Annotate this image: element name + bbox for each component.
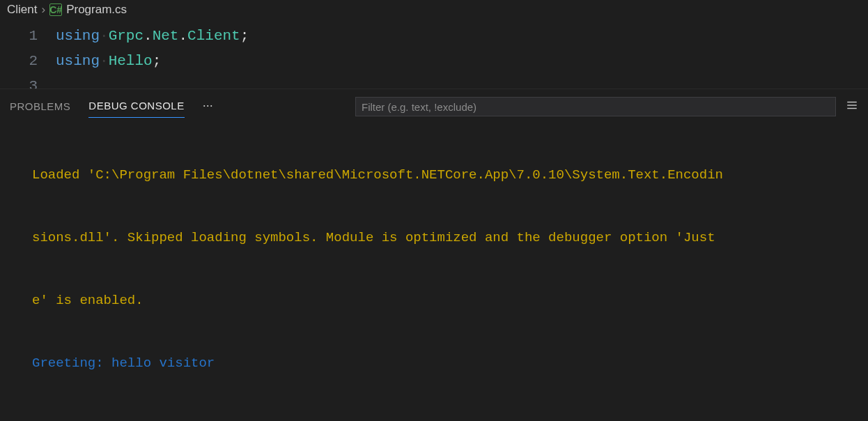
breadcrumb-file[interactable]: Program.cs xyxy=(66,3,127,17)
debug-filter-input[interactable] xyxy=(355,97,836,116)
code-line[interactable] xyxy=(56,74,868,89)
panel-tab-bar: PROBLEMS DEBUG CONSOLE ··· xyxy=(0,89,868,120)
debug-console-output[interactable]: Loaded 'C:\Program Files\dotnet\shared\M… xyxy=(0,120,868,421)
tab-debug-console[interactable]: DEBUG CONSOLE xyxy=(88,95,184,118)
console-line: sions.dll'. Skipped loading symbols. Mod… xyxy=(32,227,861,248)
line-number: 1 xyxy=(0,24,56,49)
list-filter-icon[interactable] xyxy=(846,99,858,114)
chevron-right-icon: › xyxy=(41,3,45,17)
code-line[interactable]: using·Hello; xyxy=(56,49,868,74)
more-tabs-icon[interactable]: ··· xyxy=(203,98,213,116)
bottom-panel: PROBLEMS DEBUG CONSOLE ··· Loaded 'C:\Pr… xyxy=(0,89,868,421)
line-number: 2 xyxy=(0,49,56,74)
tab-problems[interactable]: PROBLEMS xyxy=(10,96,70,118)
line-number: 3 xyxy=(0,74,56,89)
console-line: Greeting: hello visitor xyxy=(32,353,861,374)
breadcrumb-root[interactable]: Client xyxy=(7,3,37,17)
code-editor[interactable]: 1 using·Grpc.Net.Client; 2 using·Hello; … xyxy=(0,20,868,89)
csharp-file-icon: C# xyxy=(49,3,62,16)
code-line[interactable]: using·Grpc.Net.Client; xyxy=(56,24,868,49)
console-line: Loaded 'C:\Program Files\dotnet\shared\M… xyxy=(32,164,861,185)
breadcrumb: Client › C# Program.cs xyxy=(0,0,868,20)
console-line: e' is enabled. xyxy=(32,290,861,311)
